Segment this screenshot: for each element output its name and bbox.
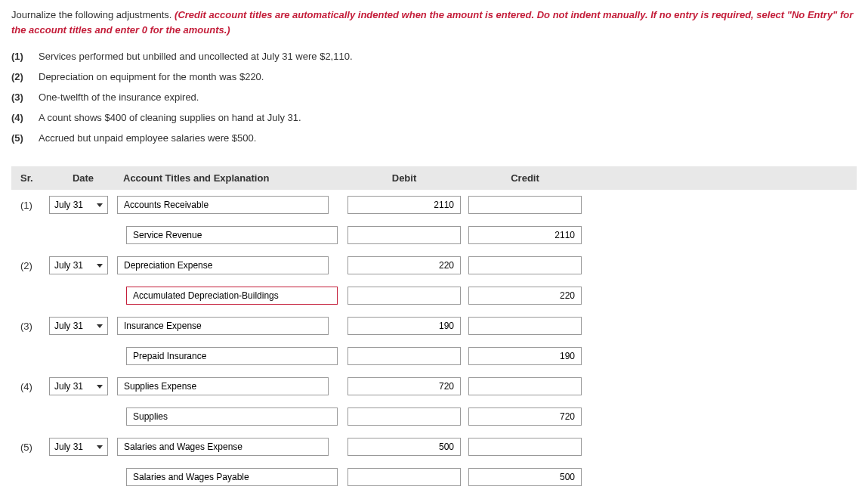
- debit-input[interactable]: [348, 377, 461, 395]
- sr-cell: (3): [11, 321, 49, 332]
- journal-entry-row: [11, 462, 857, 492]
- account-title-input[interactable]: [117, 196, 329, 214]
- problem-text: Accrued but unpaid employee salaries wer…: [39, 132, 256, 144]
- date-select[interactable]: July 31: [49, 196, 108, 214]
- account-cell: [117, 256, 344, 274]
- debit-cell: [344, 377, 465, 395]
- problem-item: (2) Depreciation on equipment for the mo…: [11, 71, 857, 82]
- credit-input[interactable]: [468, 317, 582, 335]
- account-title-input[interactable]: [117, 377, 329, 395]
- debit-cell: [344, 196, 465, 214]
- credit-input[interactable]: [468, 438, 582, 456]
- problem-num: (4): [11, 112, 31, 123]
- date-cell: July 31: [49, 196, 117, 214]
- debit-input[interactable]: [348, 438, 461, 456]
- sr-cell: (1): [11, 200, 49, 211]
- problem-num: (5): [11, 132, 31, 144]
- journal-entry-row: [11, 401, 857, 432]
- journal-entry-row: [11, 280, 857, 311]
- journal-entry-row: (2)July 31: [11, 250, 857, 280]
- debit-input[interactable]: [348, 347, 461, 365]
- credit-cell: [465, 407, 585, 426]
- credit-cell: [465, 438, 585, 456]
- journal-entry-row: (3)July 31: [11, 311, 857, 341]
- journal-entry-row: (4)July 31: [11, 371, 857, 401]
- sr-cell: (2): [11, 260, 49, 271]
- debit-input[interactable]: [348, 407, 461, 426]
- date-select[interactable]: July 31: [49, 317, 108, 335]
- problem-num: (2): [11, 71, 31, 82]
- date-select[interactable]: July 31: [49, 377, 108, 395]
- credit-cell: [465, 196, 585, 214]
- account-title-input[interactable]: [126, 347, 338, 365]
- debit-cell: [344, 407, 465, 426]
- journal-entry-row: [11, 341, 857, 371]
- debit-cell: [344, 317, 465, 335]
- account-cell: [117, 287, 344, 305]
- credit-cell: [465, 347, 585, 365]
- problem-text: One-twelfth of the insurance expired.: [39, 91, 199, 103]
- account-cell: [117, 377, 344, 395]
- header-sr: Sr.: [11, 172, 49, 184]
- credit-cell: [465, 226, 585, 244]
- account-title-input[interactable]: [117, 438, 329, 456]
- instruction-prefix: Journalize the following adjustments.: [11, 9, 175, 20]
- account-title-input[interactable]: [117, 256, 329, 274]
- debit-input[interactable]: [348, 226, 461, 244]
- debit-cell: [344, 256, 465, 274]
- credit-input[interactable]: [468, 347, 582, 365]
- problem-text: A count shows $400 of cleaning supplies …: [39, 112, 301, 123]
- credit-cell: [465, 377, 585, 395]
- credit-input[interactable]: [468, 377, 582, 395]
- debit-input[interactable]: [348, 317, 461, 335]
- debit-cell: [344, 438, 465, 456]
- account-cell: [117, 347, 344, 365]
- debit-input[interactable]: [348, 256, 461, 274]
- account-cell: [117, 468, 344, 486]
- credit-cell: [465, 287, 585, 305]
- account-title-input[interactable]: [126, 226, 338, 244]
- account-cell: [117, 438, 344, 456]
- credit-cell: [465, 468, 585, 486]
- journal-entry-row: (5)July 31: [11, 432, 857, 462]
- debit-input[interactable]: [348, 196, 461, 214]
- table-header: Sr. Date Account Titles and Explanation …: [11, 166, 857, 190]
- problem-item: (1) Services performed but unbilled and …: [11, 51, 857, 62]
- credit-input[interactable]: [468, 287, 582, 305]
- debit-cell: [344, 226, 465, 244]
- account-cell: [117, 196, 344, 214]
- date-select[interactable]: July 31: [49, 438, 108, 456]
- problem-item: (3) One-twelfth of the insurance expired…: [11, 91, 857, 103]
- debit-input[interactable]: [348, 468, 461, 486]
- debit-cell: [344, 347, 465, 365]
- problem-list: (1) Services performed but unbilled and …: [11, 51, 857, 144]
- credit-cell: [465, 317, 585, 335]
- problem-item: (5) Accrued but unpaid employee salaries…: [11, 132, 857, 144]
- problem-num: (1): [11, 51, 31, 62]
- account-title-input[interactable]: [117, 317, 329, 335]
- credit-input[interactable]: [468, 226, 582, 244]
- header-debit: Debit: [344, 172, 465, 184]
- account-cell: [117, 317, 344, 335]
- problem-text: Depreciation on equipment for the month …: [39, 71, 264, 82]
- problem-num: (3): [11, 91, 31, 103]
- credit-input[interactable]: [468, 196, 582, 214]
- credit-input[interactable]: [468, 468, 582, 486]
- date-cell: July 31: [49, 256, 117, 274]
- date-cell: July 31: [49, 438, 117, 456]
- credit-input[interactable]: [468, 256, 582, 274]
- debit-input[interactable]: [348, 287, 461, 305]
- date-select[interactable]: July 31: [49, 256, 108, 274]
- journal-entry-row: (1)July 31: [11, 190, 857, 220]
- sr-cell: (5): [11, 442, 49, 453]
- date-cell: July 31: [49, 317, 117, 335]
- account-title-input[interactable]: [126, 407, 338, 426]
- credit-input[interactable]: [468, 407, 582, 426]
- problem-text: Services performed but unbilled and unco…: [39, 51, 353, 62]
- date-cell: July 31: [49, 377, 117, 395]
- instruction-text: Journalize the following adjustments. (C…: [11, 8, 857, 37]
- account-title-input[interactable]: [126, 468, 338, 486]
- account-title-input[interactable]: [126, 287, 338, 305]
- credit-cell: [465, 256, 585, 274]
- debit-cell: [344, 468, 465, 486]
